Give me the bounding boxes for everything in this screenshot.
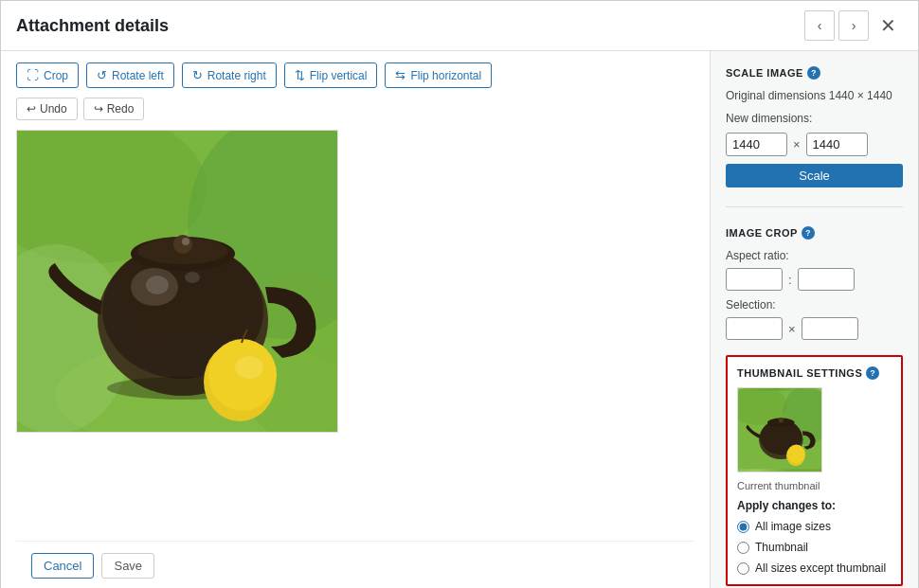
height-input[interactable] [806,133,868,156]
image-crop-section: IMAGE CROP ? Aspect ratio: : Selection: … [726,226,903,340]
image-crop-title: IMAGE CROP ? [726,226,903,240]
svg-point-17 [235,356,263,379]
svg-point-27 [787,445,805,464]
close-button[interactable]: ✕ [873,10,903,41]
radio-all-except[interactable]: All sizes except thumbnail [737,561,892,575]
selection-separator: × [788,322,796,336]
svg-point-11 [182,238,189,245]
sidebar: SCALE IMAGE ? Original dimensions 1440 ×… [710,51,918,588]
secondary-toolbar: ↩ Undo ↪ Redo [16,98,694,120]
crop-button[interactable]: ⛶ Crop [16,62,79,88]
scale-image-title: SCALE IMAGE ? [726,66,903,80]
original-dims-label: Original dimensions 1440 × 1440 [726,89,903,102]
flip-vertical-button[interactable]: ⇅ Flip vertical [284,62,378,88]
primary-toolbar: ⛶ Crop ↺ Rotate left ↻ Rotate right ⇅ Fl… [16,62,694,88]
header-nav: ‹ › ✕ [804,10,903,41]
current-thumbnail-label: Current thumbnail [737,480,892,491]
thumbnail-settings-title: THUMBNAIL SETTINGS ? [737,366,892,380]
radio-all-sizes[interactable]: All image sizes [737,520,892,533]
cancel-button[interactable]: Cancel [31,553,94,579]
thumbnail-help-icon[interactable]: ? [866,366,879,380]
selection-row: × [726,317,903,340]
flip-horizontal-icon: ⇆ [395,68,405,82]
selection-x-input[interactable] [726,317,783,340]
scale-image-section: SCALE IMAGE ? Original dimensions 1440 ×… [726,66,903,187]
aspect-ratio-h-input[interactable] [798,268,855,291]
dialog-header: Attachment details ‹ › ✕ [1,1,918,51]
width-input[interactable] [726,133,787,156]
apply-changes-label: Apply changes to: [737,499,892,512]
crop-icon: ⛶ [27,68,39,82]
divider-1 [726,206,903,207]
radio-thumbnail-input[interactable] [737,542,749,554]
aspect-ratio-w-input[interactable] [726,268,783,291]
aspect-ratio-separator: : [788,273,792,287]
radio-all-except-label: All sizes except thumbnail [755,561,886,575]
rotate-left-button[interactable]: ↺ Rotate left [86,62,174,88]
radio-all-except-input[interactable] [737,562,749,575]
painting-svg [17,131,338,433]
svg-point-10 [173,235,192,254]
dialog-title: Attachment details [16,16,169,36]
dialog-footer: Cancel Save [16,541,694,588]
redo-button[interactable]: ↪ Redo [83,98,145,120]
thumbnail-settings-section: THUMBNAIL SETTINGS ? [726,355,903,586]
radio-thumbnail[interactable]: Thumbnail [737,541,892,554]
rotate-right-button[interactable]: ↻ Rotate right [182,62,277,88]
rotate-right-icon: ↻ [192,68,203,82]
svg-point-18 [185,272,200,283]
crop-help-icon[interactable]: ? [802,226,815,240]
attachment-details-dialog: Attachment details ‹ › ✕ ⛶ Crop ↺ Rotate… [0,0,919,588]
image-preview [16,130,338,433]
rotate-left-icon: ↺ [97,68,107,82]
flip-horizontal-button[interactable]: ⇆ Flip horizontal [385,62,492,88]
main-area: ⛶ Crop ↺ Rotate left ↻ Rotate right ⇅ Fl… [1,51,710,588]
crop-fields: Aspect ratio: : Selection: × [726,247,903,340]
svg-point-13 [146,276,169,294]
undo-icon: ↩ [27,102,36,116]
next-button[interactable]: › [838,10,869,41]
radio-thumbnail-label: Thumbnail [755,541,808,554]
scale-help-icon[interactable]: ? [807,66,820,80]
dims-x-separator: × [793,137,801,151]
selection-y-input[interactable] [802,317,858,340]
image-canvas [16,130,694,541]
aspect-ratio-label: Aspect ratio: [726,249,903,262]
flip-vertical-icon: ⇅ [295,68,305,82]
thumbnail-svg [738,388,821,472]
aspect-ratio-row: : [726,268,903,291]
selection-label: Selection: [726,298,903,312]
redo-icon: ↪ [94,102,103,116]
save-button[interactable]: Save [101,553,154,579]
undo-button[interactable]: ↩ Undo [16,98,78,120]
dims-row: × [726,133,903,156]
scale-button[interactable]: Scale [726,164,903,187]
thumbnail-preview [737,387,822,472]
dialog-body: ⛶ Crop ↺ Rotate left ↻ Rotate right ⇅ Fl… [1,51,918,588]
radio-all-sizes-input[interactable] [737,521,749,533]
prev-button[interactable]: ‹ [804,10,835,41]
svg-point-25 [779,418,784,422]
radio-all-sizes-label: All image sizes [755,520,831,533]
new-dims-label: New dimensions: [726,112,903,125]
